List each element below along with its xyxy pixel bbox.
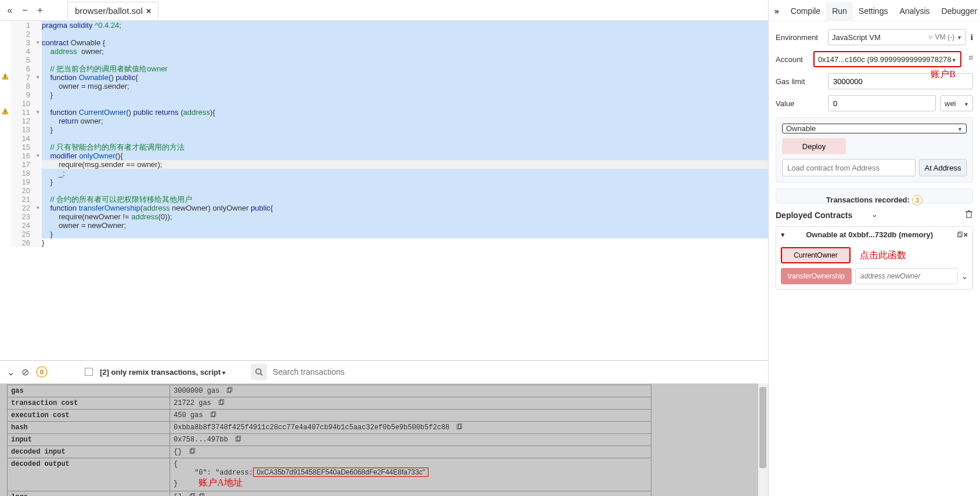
clear-icon[interactable]: ⊘ bbox=[21, 367, 29, 378]
gas-label: Gas limit bbox=[776, 77, 823, 86]
file-tab[interactable]: browser/ballot.sol × bbox=[67, 2, 158, 19]
plus-icon[interactable]: + bbox=[35, 6, 45, 15]
tx-output: gas3000000 gas transaction cost21722 gas… bbox=[0, 383, 768, 497]
fork-icon: ⑂ bbox=[928, 33, 933, 42]
svg-rect-1 bbox=[5, 75, 6, 78]
pending-badge: 0 bbox=[36, 366, 48, 378]
env-label: Environment bbox=[776, 33, 823, 42]
svg-line-7 bbox=[260, 374, 262, 376]
currentowner-annotation: 点击此函数 bbox=[860, 249, 906, 262]
contract-instance: ▾ Ownable at 0xbbf...732db (memory) × Cu… bbox=[776, 226, 973, 289]
instance-toggle-icon[interactable]: ▾ bbox=[781, 230, 785, 239]
tab-analysis[interactable]: Analysis bbox=[893, 2, 935, 20]
chevron-down-icon[interactable]: ⌄ bbox=[961, 272, 968, 281]
tab-debugger[interactable]: Debugger bbox=[936, 2, 980, 20]
value-unit-select[interactable]: wei bbox=[941, 95, 973, 111]
close-instance-icon[interactable]: × bbox=[963, 230, 968, 239]
filter-checkbox[interactable] bbox=[85, 368, 93, 376]
copy-icon[interactable] bbox=[968, 56, 973, 63]
svg-rect-25 bbox=[200, 494, 204, 496]
transferownership-button[interactable]: transferOwnership bbox=[781, 268, 852, 284]
svg-rect-2 bbox=[5, 78, 6, 79]
file-tab-label: browser/ballot.sol bbox=[75, 6, 143, 16]
console-bar: ⌄ ⊘ 0 [2] only remix transactions, scrip… bbox=[0, 360, 768, 383]
svg-rect-5 bbox=[5, 113, 6, 114]
svg-point-6 bbox=[256, 369, 261, 374]
tx-row: transaction cost21722 gas bbox=[8, 397, 651, 409]
deploy-button[interactable]: Deploy bbox=[782, 138, 846, 154]
info-icon[interactable]: i bbox=[971, 32, 973, 42]
env-select[interactable]: JavaScript VM ⑂VM (-) bbox=[828, 29, 966, 45]
scrollbar[interactable] bbox=[758, 383, 768, 497]
trash-icon[interactable] bbox=[965, 209, 973, 220]
minus-icon[interactable]: − bbox=[20, 6, 30, 15]
expand-down-icon[interactable]: ⌄ bbox=[7, 367, 15, 378]
deployed-label: Deployed Contracts bbox=[776, 211, 852, 220]
account-annotation: 账户B bbox=[931, 68, 956, 81]
tx-row: decoded input{} bbox=[8, 446, 651, 458]
svg-rect-23 bbox=[191, 494, 194, 496]
tx-row: gas3000000 gas bbox=[8, 385, 651, 397]
copy-icon[interactable] bbox=[956, 231, 963, 238]
at-address-button[interactable]: At Address bbox=[919, 159, 967, 176]
value-label: Value bbox=[776, 99, 823, 108]
right-tabs: » CompileRunSettingsAnalysisDebuggerSupp… bbox=[769, 0, 980, 21]
tx-row: hash0xbba8b8f3748f425f4911c28cc77e4a407c… bbox=[8, 421, 651, 433]
tab-compile[interactable]: Compile bbox=[785, 2, 826, 20]
tx-recorded[interactable]: Transactions recorded:3 ⌄ bbox=[776, 189, 973, 204]
transferownership-input[interactable] bbox=[855, 268, 958, 284]
editor-header: « − + browser/ballot.sol × bbox=[0, 0, 768, 21]
tx-row: execution cost450 gas bbox=[8, 409, 651, 421]
svg-rect-30 bbox=[967, 212, 971, 218]
tx-row: logs[] bbox=[8, 491, 651, 496]
svg-rect-4 bbox=[5, 110, 6, 113]
value-input[interactable] bbox=[828, 95, 936, 111]
code-editor[interactable]: 1234567891011121314151617181920212223242… bbox=[0, 21, 768, 247]
close-icon[interactable]: × bbox=[146, 6, 152, 16]
chevron-right-icon[interactable]: » bbox=[769, 2, 785, 20]
instance-title: Ownable at 0xbbf...732db (memory) bbox=[785, 230, 954, 239]
search-icon[interactable] bbox=[251, 364, 267, 380]
tx-row: input0x758...497bb bbox=[8, 433, 651, 446]
search-input[interactable] bbox=[271, 364, 387, 380]
load-address-input[interactable] bbox=[782, 159, 916, 176]
tx-row: decoded output{ "0": "address: 0xCA35b7d… bbox=[8, 458, 651, 491]
account-select[interactable]: 0x147...c160c (99.99999999999978278 bbox=[813, 51, 961, 67]
contract-select[interactable]: Ownable bbox=[782, 124, 967, 133]
account-label: Account bbox=[776, 55, 809, 64]
right-panel: » CompileRunSettingsAnalysisDebuggerSupp… bbox=[768, 0, 980, 496]
currentowner-button[interactable]: CurrentOwner bbox=[781, 247, 851, 263]
filter-dropdown[interactable]: [2] only remix transactions, script bbox=[100, 368, 225, 376]
tab-settings[interactable]: Settings bbox=[853, 2, 894, 20]
tab-run[interactable]: Run bbox=[826, 2, 853, 20]
collapse-left-icon[interactable]: « bbox=[5, 6, 15, 15]
